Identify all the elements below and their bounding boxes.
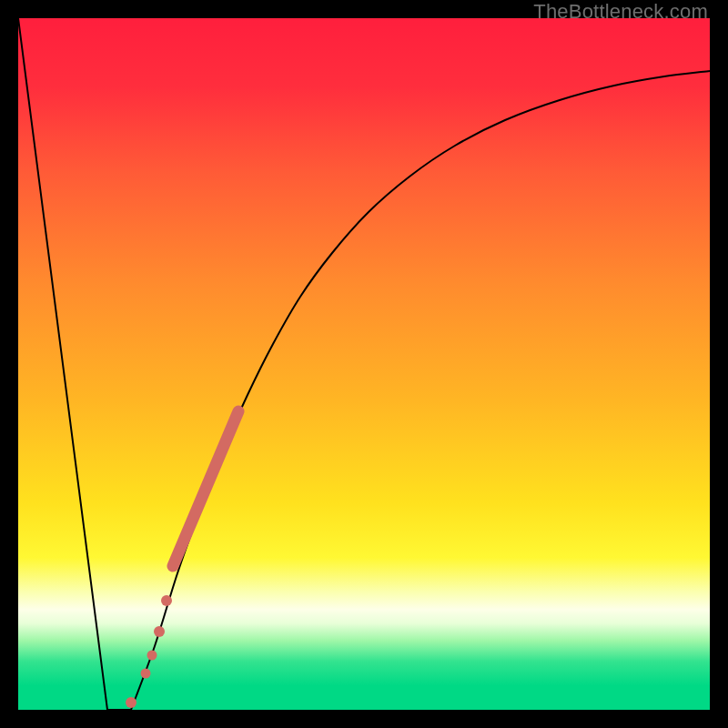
scatter-dots	[126, 411, 238, 708]
chart-frame: TheBottleneck.com	[0, 0, 728, 728]
curve-layer	[18, 18, 710, 710]
curve-path	[18, 18, 710, 710]
dot-0	[126, 697, 136, 708]
plot-area	[18, 18, 710, 710]
dot-4	[161, 595, 172, 606]
bottleneck-curve	[18, 18, 710, 710]
dot-3	[154, 626, 165, 637]
dots-dense-segment	[173, 411, 238, 566]
dot-2	[147, 651, 157, 661]
dot-1	[141, 669, 151, 679]
watermark-text: TheBottleneck.com	[533, 0, 708, 24]
